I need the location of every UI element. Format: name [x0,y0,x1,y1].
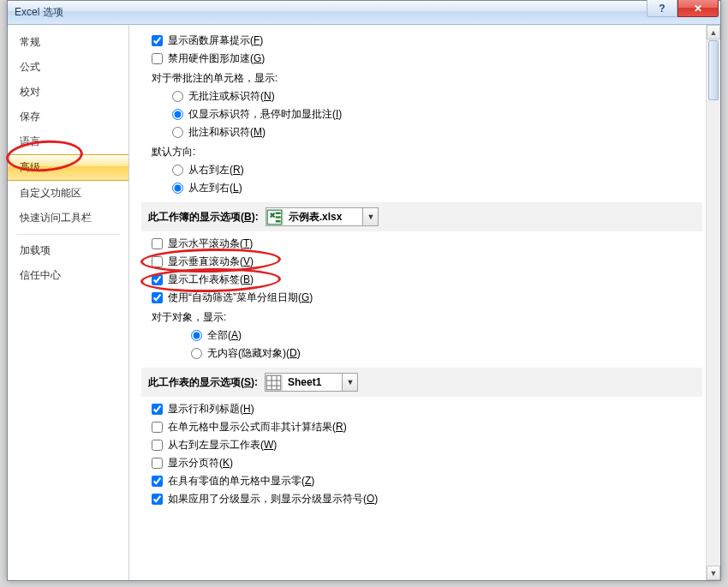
nav-item-addins[interactable]: 加载项 [8,238,128,263]
excel-options-dialog: Excel 选项 ? ✕ 常规 公式 校对 保存 语言 高级 自定义功能区 快速… [7,0,721,581]
svg-rect-2 [275,216,280,218]
radio[interactable] [191,330,202,341]
sheet-icon [266,374,283,391]
svg-rect-1 [275,212,280,213]
label-comments-header: 对于带批注的单元格，显示: [152,71,702,86]
worksheet-combo[interactable]: Sheet1 ▼ [265,373,358,392]
opt-objects-all[interactable]: 全部(A) [191,328,702,343]
workbook-combo[interactable]: 示例表.xlsx ▼ [266,207,379,226]
checkbox[interactable] [152,440,163,451]
workbook-combo-value: 示例表.xlsx [283,210,363,225]
nav-item-proofing[interactable]: 校对 [8,80,128,105]
opt-autofilter-group-dates[interactable]: 使用“自动筛选”菜单分组日期(G) [152,291,702,305]
opt-comments-both[interactable]: 批注和标识符(M) [172,125,702,140]
dialog-body: 常规 公式 校对 保存 语言 高级 自定义功能区 快速访问工具栏 加载项 信任中… [8,25,720,580]
opt-show-vertical-scrollbar[interactable]: 显示垂直滚动条(V) [152,255,702,269]
nav-item-save[interactable]: 保存 [8,105,128,129]
radio[interactable] [172,91,183,102]
opt-show-horizontal-scrollbar[interactable]: 显示水平滚动条(T) [152,237,702,251]
chevron-down-icon[interactable]: ▼ [342,374,357,391]
radio[interactable] [172,165,183,176]
opt-rtl-sheet[interactable]: 从右到左显示工作表(W) [152,438,702,452]
svg-rect-4 [266,375,281,390]
opt-show-formulas[interactable]: 在单元格中显示公式而非其计算结果(R) [152,420,702,434]
nav-item-general[interactable]: 常规 [8,30,128,55]
checkbox[interactable] [152,53,163,64]
nav-item-advanced[interactable]: 高级 [8,154,128,181]
nav-separator [16,234,120,235]
checkbox[interactable] [152,476,163,487]
opt-show-page-breaks[interactable]: 显示分页符(K) [152,456,702,470]
scroll-down-arrow-icon[interactable]: ▼ [707,566,720,580]
help-button[interactable]: ? [647,0,677,17]
worksheet-combo-value: Sheet1 [283,376,342,388]
content-scroll[interactable]: 显示函数屏幕提示(F) 禁用硬件图形加速(G) 对于带批注的单元格，显示: 无批… [129,25,706,580]
radio[interactable] [191,348,202,359]
label-default-direction: 默认方向: [152,145,702,159]
checkbox[interactable] [152,238,163,249]
opt-dir-ltr[interactable]: 从左到右(L) [172,181,702,195]
nav-sidebar: 常规 公式 校对 保存 语言 高级 自定义功能区 快速访问工具栏 加载项 信任中… [8,25,129,580]
scrollbar-thumb[interactable] [708,40,719,100]
checkbox[interactable] [152,35,163,46]
opt-show-row-col-headers[interactable]: 显示行和列标题(H) [152,402,702,416]
section-worksheet-display: 此工作表的显示选项(S): Sheet1 ▼ [141,368,702,397]
radio[interactable] [172,109,183,120]
vertical-scrollbar[interactable]: ▲ ▼ [706,25,720,580]
chevron-down-icon[interactable]: ▼ [362,208,378,225]
opt-comments-indicator[interactable]: 仅显示标识符，悬停时加显批注(I) [172,107,702,122]
opt-show-function-tooltips[interactable]: 显示函数屏幕提示(F) [152,33,702,48]
opt-show-sheet-tabs[interactable]: 显示工作表标签(B) [152,273,702,287]
opt-show-zero[interactable]: 在具有零值的单元格中显示零(Z) [152,474,702,488]
checkbox[interactable] [152,292,163,303]
nav-item-quick-access[interactable]: 快速访问工具栏 [8,206,128,231]
nav-item-language[interactable]: 语言 [8,129,128,154]
checkbox[interactable] [152,458,163,469]
radio[interactable] [172,183,183,194]
close-button[interactable]: ✕ [677,0,719,17]
checkbox[interactable] [152,422,163,433]
svg-rect-3 [275,220,280,222]
nav-item-trust-center[interactable]: 信任中心 [8,263,128,288]
checkbox[interactable] [152,256,163,267]
checkbox[interactable] [152,494,163,505]
opt-dir-rtl[interactable]: 从右到左(R) [172,163,702,177]
excel-file-icon [266,209,283,225]
opt-comments-none[interactable]: 无批注或标识符(N) [172,89,702,104]
section-workbook-display: 此工作簿的显示选项(B): 示例表.xlsx ▼ [141,202,702,231]
label-objects-header: 对于对象，显示: [152,310,702,325]
dialog-title: Excel 选项 [15,5,63,20]
nav-item-customize-ribbon[interactable]: 自定义功能区 [8,181,128,206]
scroll-up-arrow-icon[interactable]: ▲ [707,25,720,39]
checkbox[interactable] [152,404,163,415]
opt-objects-none[interactable]: 无内容(隐藏对象)(D) [191,346,702,361]
opt-show-outline-symbols[interactable]: 如果应用了分级显示，则显示分级显示符号(O) [152,492,702,506]
radio[interactable] [172,127,183,138]
opt-disable-hardware-accel[interactable]: 禁用硬件图形加速(G) [152,51,702,66]
content-pane: 显示函数屏幕提示(F) 禁用硬件图形加速(G) 对于带批注的单元格，显示: 无批… [129,25,720,580]
titlebar: Excel 选项 ? ✕ [8,1,720,25]
nav-item-formulas[interactable]: 公式 [8,55,128,80]
checkbox[interactable] [152,274,163,285]
